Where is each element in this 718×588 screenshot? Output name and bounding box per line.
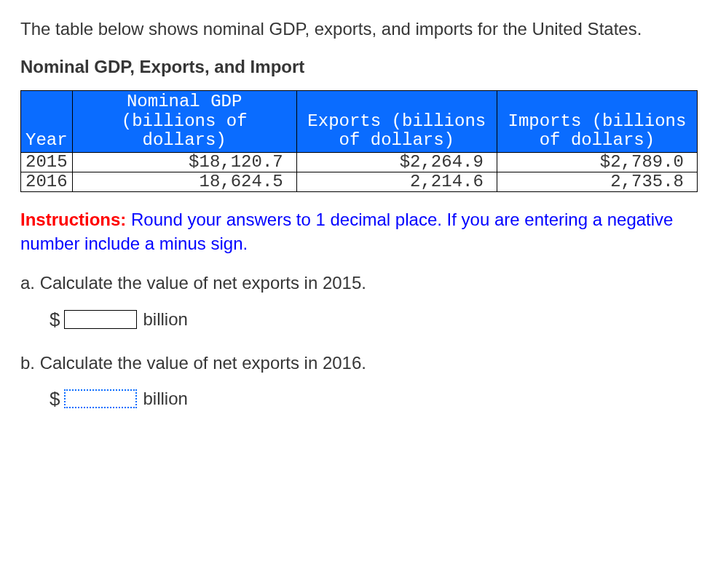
answer-a: $ billion <box>50 309 698 331</box>
gdp-table: Year Nominal GDP (billions of dollars) E… <box>20 90 698 192</box>
col-year: Year <box>21 91 73 152</box>
cell-imports: 2,735.8 <box>497 172 697 191</box>
intro-text: The table below shows nominal GDP, expor… <box>20 17 698 41</box>
cell-imports: $2,789.0 <box>497 152 697 172</box>
table-row: 2016 18,624.5 2,214.6 2,735.8 <box>21 172 698 191</box>
unit-label: billion <box>143 389 187 409</box>
unit-label: billion <box>143 309 187 330</box>
col-exports: Exports (billions of dollars) <box>296 91 497 152</box>
cell-year: 2016 <box>21 172 73 191</box>
col-gdp: Nominal GDP (billions of dollars) <box>72 91 296 152</box>
cell-exports: 2,214.6 <box>296 172 497 191</box>
instructions: Instructions: Round your answers to 1 de… <box>20 208 698 255</box>
cell-exports: $2,264.9 <box>296 152 497 172</box>
question-a-prompt: a. Calculate the value of net exports in… <box>20 271 698 295</box>
answer-a-input[interactable] <box>64 310 137 329</box>
table-header-row: Year Nominal GDP (billions of dollars) E… <box>21 91 698 152</box>
question-b-prompt: b. Calculate the value of net exports in… <box>20 351 698 375</box>
currency-prefix: $ <box>50 309 60 331</box>
currency-prefix: $ <box>50 388 60 410</box>
col-imports: Imports (billions of dollars) <box>497 91 697 152</box>
table-row: 2015 $18,120.7 $2,264.9 $2,789.0 <box>21 152 698 172</box>
answer-b-input[interactable] <box>64 389 137 408</box>
table-title: Nominal GDP, Exports, and Import <box>20 57 698 77</box>
cell-gdp: 18,624.5 <box>72 172 296 191</box>
instructions-lead: Instructions: <box>20 210 126 229</box>
cell-year: 2015 <box>21 152 73 172</box>
answer-b: $ billion <box>50 388 698 410</box>
cell-gdp: $18,120.7 <box>72 152 296 172</box>
